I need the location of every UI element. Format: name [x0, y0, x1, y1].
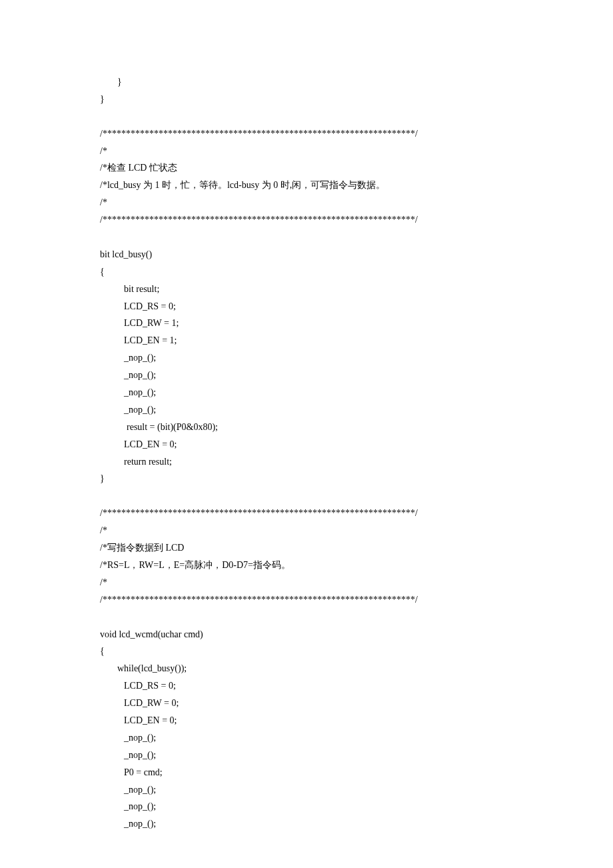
code-line: return result;: [100, 453, 513, 471]
code-line: LCD_RS = 0;: [100, 677, 513, 695]
code-line: bit lcd_busy(): [100, 246, 513, 263]
code-line: /*检查 LCD 忙状态: [100, 159, 513, 177]
code-line: _nop_();: [100, 349, 513, 367]
code-line: /*: [100, 522, 513, 539]
code-line: }: [100, 73, 513, 91]
code-line: /***************************************…: [100, 591, 513, 609]
code-line: /*: [100, 143, 513, 160]
code-line: /*: [100, 194, 513, 211]
code-line: }: [100, 470, 513, 487]
code-line: {: [100, 263, 513, 281]
code-line: LCD_EN = 0;: [100, 436, 513, 453]
code-line: bit result;: [100, 281, 513, 298]
code-line: [100, 229, 513, 246]
code-line: [100, 108, 513, 125]
code-line: result = (bit)(P0&0x80);: [100, 419, 513, 436]
code-line: _nop_();: [100, 781, 513, 799]
code-line: LCD_EN = 0;: [100, 712, 513, 729]
code-line: _nop_();: [100, 367, 513, 384]
code-line: _nop_();: [100, 798, 513, 815]
code-line: LCD_RW = 1;: [100, 315, 513, 332]
code-line: [100, 487, 513, 505]
code-line: LCD_EN = 1;: [100, 332, 513, 349]
code-line: /*RS=L，RW=L，E=高脉冲，D0-D7=指令码。: [100, 557, 513, 574]
code-line: while(lcd_busy());: [100, 660, 513, 677]
code-line: void lcd_wcmd(uchar cmd): [100, 626, 513, 643]
code-line: _nop_();: [100, 747, 513, 764]
code-line: }: [100, 91, 513, 108]
code-line: [100, 609, 513, 626]
code-line: /*: [100, 574, 513, 591]
code-line: _nop_();: [100, 401, 513, 419]
code-line: /***************************************…: [100, 211, 513, 229]
code-line: /***************************************…: [100, 125, 513, 143]
code-line: _nop_();: [100, 384, 513, 401]
code-line: _nop_();: [100, 729, 513, 747]
code-document: }}/*************************************…: [100, 73, 513, 833]
code-line: {: [100, 643, 513, 660]
code-line: /*写指令数据到 LCD: [100, 539, 513, 557]
code-line: /*lcd_busy 为 1 时，忙，等待。lcd-busy 为 0 时,闲，可…: [100, 177, 513, 194]
code-line: /***************************************…: [100, 505, 513, 522]
code-line: P0 = cmd;: [100, 764, 513, 781]
code-line: _nop_();: [100, 815, 513, 833]
code-line: LCD_RW = 0;: [100, 695, 513, 712]
code-line: LCD_RS = 0;: [100, 298, 513, 315]
